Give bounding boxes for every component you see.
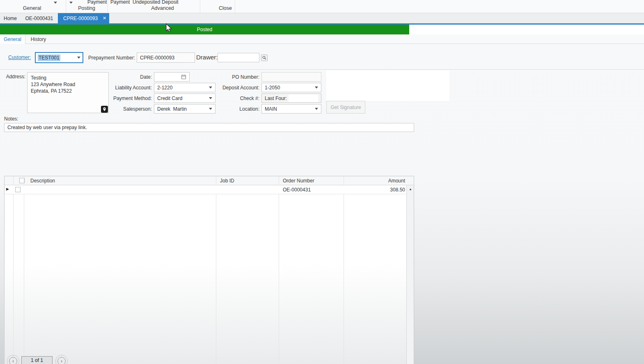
ribbon-separator bbox=[200, 0, 200, 13]
location-label: Location: bbox=[209, 106, 259, 112]
payment-method-value: Credit Card bbox=[157, 96, 182, 101]
ribbon-separator bbox=[108, 0, 108, 13]
row-checkbox[interactable] bbox=[15, 187, 21, 192]
column-header-order-number[interactable]: Order Number bbox=[279, 176, 342, 185]
ribbon-button-deposit[interactable]: Deposit bbox=[162, 0, 179, 5]
deposit-account-label: Deposit Account: bbox=[209, 85, 259, 91]
close-icon[interactable]: ✕ bbox=[103, 16, 106, 21]
prepayment-number-field[interactable]: CPRE-0000093 bbox=[137, 52, 195, 63]
scroll-up-icon[interactable]: ▲ bbox=[407, 186, 414, 192]
grid-gridline bbox=[24, 176, 24, 364]
chevron-down-icon[interactable] bbox=[54, 2, 57, 4]
ribbon-button-undeposited[interactable]: Undeposited bbox=[133, 0, 160, 5]
po-number-input[interactable] bbox=[261, 72, 321, 82]
chevron-down-icon bbox=[315, 108, 318, 110]
tab-oe-label: OE-0000431 bbox=[25, 16, 53, 21]
notes-box[interactable]: Created by web user via prepay link. bbox=[4, 123, 414, 132]
tab-home[interactable]: Home bbox=[0, 13, 21, 23]
drawer-input[interactable] bbox=[218, 53, 259, 62]
record-content: Customer: TEST001 Prepayment Number: CPR… bbox=[0, 44, 644, 364]
cell-job-id[interactable] bbox=[216, 185, 277, 194]
record-position-box[interactable]: 1 of 1 bbox=[21, 356, 53, 364]
tab-general-label: General bbox=[4, 36, 21, 42]
liability-account-label: Liability Account: bbox=[105, 85, 152, 91]
column-header-job-id[interactable]: Job ID bbox=[216, 176, 277, 185]
tab-history-label: History bbox=[31, 36, 46, 42]
address-line3: Ephrata, PA 17522 bbox=[31, 88, 105, 94]
deposit-account-value: 1-2050 bbox=[265, 85, 280, 91]
grid-gridline bbox=[13, 176, 14, 364]
prepayment-number-label: Prepayment Number: bbox=[88, 55, 135, 61]
address-line2: 123 Anywhere Road bbox=[31, 81, 105, 88]
customer-link[interactable]: Customer: bbox=[8, 55, 31, 60]
document-tabstrip: Home OE-0000431 CPRE-0000093 ✕ bbox=[0, 13, 644, 23]
next-icon: › bbox=[61, 358, 62, 364]
drawer-search-button[interactable] bbox=[261, 55, 268, 61]
tab-history[interactable]: History bbox=[25, 34, 51, 44]
location-value: MAIN bbox=[265, 106, 277, 112]
ribbon-separator bbox=[66, 0, 66, 13]
ribbon-group-posting: Posting bbox=[66, 5, 107, 11]
ribbon-group-advanced: Advanced bbox=[142, 5, 183, 11]
payment-method-combobox[interactable]: Credit Card bbox=[154, 93, 215, 103]
row-marker-icon: ▶ bbox=[6, 187, 9, 191]
address-label: Address: bbox=[0, 74, 25, 80]
signature-panel bbox=[326, 71, 449, 101]
tab-cpre-0000093[interactable]: CPRE-0000093 ✕ bbox=[58, 13, 109, 23]
cell-order-number[interactable]: OE-0000431 bbox=[279, 185, 342, 194]
payment-method-label: Payment Method: bbox=[105, 96, 152, 101]
grid-gridline bbox=[216, 176, 216, 364]
customer-combobox[interactable]: TEST001 bbox=[35, 52, 83, 63]
check-last-four-value bbox=[289, 94, 318, 102]
cell-amount[interactable]: 308.50 bbox=[344, 185, 405, 194]
get-signature-label: Get Signature bbox=[330, 105, 361, 110]
salesperson-value: Derek Martin bbox=[157, 106, 187, 112]
address-box[interactable]: Testing 123 Anywhere Road Ephrata, PA 17… bbox=[27, 72, 109, 113]
grid-gridline bbox=[344, 176, 344, 364]
check-number-field[interactable]: Last Four: bbox=[261, 93, 321, 103]
check-last-four-prefix: Last Four: bbox=[265, 96, 287, 101]
status-banner: Posted bbox=[0, 25, 409, 34]
ribbon-separator bbox=[235, 0, 235, 13]
table-row[interactable]: ▶ OE-0000431 308.50 bbox=[5, 185, 407, 194]
customer-value: TEST001 bbox=[38, 55, 60, 61]
tab-home-label: Home bbox=[4, 16, 17, 21]
status-badge: Posted bbox=[197, 27, 212, 32]
salesperson-combobox[interactable]: Derek Martin bbox=[154, 104, 215, 114]
chevron-down-icon bbox=[77, 57, 80, 59]
ribbon-group-close: Close bbox=[205, 5, 246, 11]
prepayment-number-value: CPRE-0000093 bbox=[140, 55, 174, 61]
vertical-scrollbar[interactable]: ▲ ▼ bbox=[406, 185, 414, 364]
previous-record-button[interactable]: ‹ bbox=[9, 357, 17, 364]
get-signature-button[interactable]: Get Signature bbox=[326, 101, 365, 114]
chevron-down-icon[interactable] bbox=[69, 2, 73, 4]
liability-account-value: 2-1220 bbox=[157, 85, 172, 91]
date-label: Date: bbox=[105, 74, 152, 80]
ribbon-group-general: General bbox=[11, 5, 53, 11]
prev-icon: ‹ bbox=[12, 358, 14, 364]
deposit-account-combobox[interactable]: 1-2050 bbox=[261, 83, 321, 92]
ribbon-button-payment-posting[interactable]: Payment bbox=[87, 0, 107, 5]
cell-description[interactable] bbox=[26, 185, 215, 194]
column-header-description[interactable]: Description bbox=[26, 176, 215, 185]
tab-general[interactable]: General bbox=[0, 34, 25, 44]
detail-grid: Description Job ID Order Number Amount ▶… bbox=[4, 176, 414, 364]
search-icon bbox=[262, 56, 266, 60]
liability-account-combobox[interactable]: 2-1220 bbox=[154, 83, 215, 92]
address-line1: Testing bbox=[31, 75, 105, 81]
next-record-button[interactable]: › bbox=[57, 357, 66, 364]
notes-text: Created by web user via prepay link. bbox=[7, 125, 87, 130]
location-combobox[interactable]: MAIN bbox=[261, 104, 321, 114]
ribbon: Payment Payment Undeposited Deposit Gene… bbox=[0, 0, 644, 13]
column-header-amount[interactable]: Amount bbox=[344, 176, 405, 185]
date-input[interactable] bbox=[154, 72, 190, 82]
record-subtabs: General History bbox=[0, 34, 644, 44]
calendar-icon[interactable] bbox=[181, 74, 186, 80]
chevron-down-icon bbox=[315, 86, 318, 89]
record-position: 1 of 1 bbox=[31, 357, 43, 363]
tab-oe-0000431[interactable]: OE-0000431 bbox=[21, 13, 58, 23]
app-window: Payment Payment Undeposited Deposit Gene… bbox=[0, 0, 644, 364]
ribbon-button-payment-advanced[interactable]: Payment bbox=[110, 0, 130, 5]
tab-cpre-label: CPRE-0000093 bbox=[63, 16, 98, 21]
mouse-cursor bbox=[165, 23, 172, 33]
